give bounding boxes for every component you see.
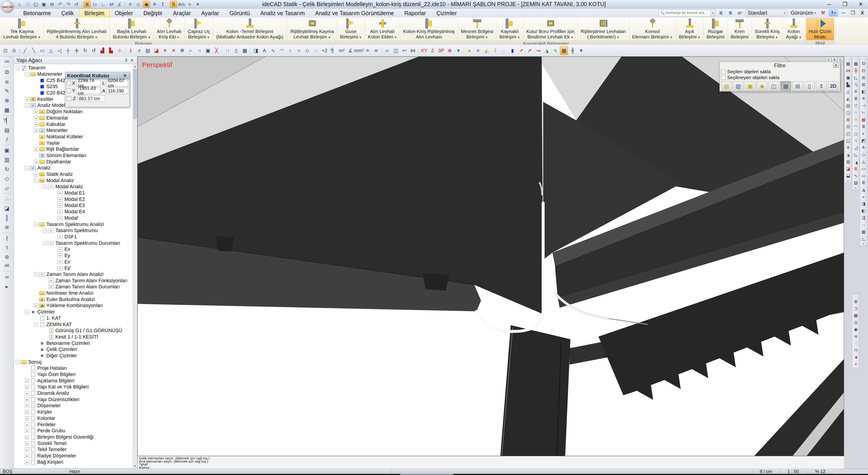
tree-item-açıklama-bilgileri[interactable]: +Açıklama Bilgileri	[14, 378, 133, 384]
polyline-icon[interactable]: ∿	[269, 46, 277, 55]
object-tool-icon-6[interactable]: ◌	[852, 340, 859, 347]
ribbon-button-kren[interactable]: KrenBirleşimi	[728, 18, 751, 41]
section-tool-icon-8[interactable]: ∩	[852, 116, 859, 123]
tree-item-zemi-n-kat[interactable]: −ZEMİN KAT	[14, 321, 133, 328]
filter-check-row[interactable]: Seçilmeyen objeleri sakla	[721, 74, 839, 81]
tree-item-yapı-kat-ve-yük-bilgileri[interactable]: +Yapı Kat ve Yük Bilgileri	[14, 384, 133, 390]
coord-3p-icon[interactable]: 3P	[437, 46, 445, 55]
tree-expand-toggle[interactable]: −	[16, 360, 20, 364]
coordinate-box-dialog[interactable]: Koordinat Kutusu ✕ X 2299.74 cm L 6204.0…	[65, 72, 130, 107]
steel-tool-icon-7[interactable]: ◫	[845, 109, 851, 116]
dropdown-arrow-icon[interactable]: ▼	[485, 36, 488, 39]
object-tool-icon-5[interactable]: ≋	[852, 333, 859, 340]
dropdown-arrow-icon[interactable]: ▼	[95, 36, 98, 39]
area-chart-icon[interactable]: ◮	[543, 46, 551, 55]
section-tool-icon-9[interactable]: ◠	[852, 123, 859, 130]
coord-z-field[interactable]: 681.17 cm	[78, 95, 105, 102]
copy-tool-icon-25[interactable]: ◺	[860, 235, 867, 242]
viewport-3d-scene[interactable]: Perspektif	[138, 57, 844, 456]
ramp-obj-icon[interactable]: ◭	[483, 46, 491, 55]
tree-item-çizimler[interactable]: −≣Çizimler	[14, 309, 133, 315]
tag-icon[interactable]: ▭	[38, 46, 46, 55]
steel-tool-icon-8[interactable]: ⊞	[845, 116, 851, 123]
object-tool-icon-2[interactable]: ▦	[852, 312, 859, 319]
dropdown-icon[interactable]: ▾	[577, 46, 585, 55]
tree-item-dsf1[interactable]: ∼DSF1	[14, 234, 133, 240]
ribbon-button-rüzgar[interactable]: RüzgarBirleşimi	[704, 18, 727, 41]
scroll-down-icon[interactable]: ▼	[133, 464, 137, 468]
graph-3-icon[interactable]: ↝	[534, 46, 542, 55]
lock-y-checkbox[interactable]	[67, 89, 71, 93]
tree-expand-toggle[interactable]: −	[43, 228, 47, 233]
side-tool-icon-9[interactable]: ▣	[2, 146, 12, 155]
menu-ara-lar[interactable]: Araçlar	[168, 8, 196, 18]
copy-tool-icon-11[interactable]: ◩	[860, 137, 867, 144]
stretch-icon[interactable]: ⊹	[116, 46, 124, 55]
palette-grip[interactable]: • • •	[860, 58, 867, 60]
tree-expand-toggle[interactable]: −	[16, 66, 20, 70]
palette-grip[interactable]: • • •	[852, 296, 859, 297]
side-tool-icon-17[interactable]: ≋	[2, 223, 12, 232]
object-tool-icon-7[interactable]: ⊓	[852, 347, 859, 354]
filter-levels-button[interactable]: ⇕	[816, 81, 827, 91]
compass-icon[interactable]: △	[47, 46, 55, 55]
tree-item-mesnetler[interactable]: +⊥Mesnetler	[14, 127, 133, 134]
tree-expand-toggle[interactable]: +	[34, 128, 38, 133]
save-all-icon[interactable]: ⧉	[49, 1, 56, 8]
mirror-h-icon[interactable]: ▙	[107, 46, 115, 55]
page-split-icon[interactable]: ◫	[392, 46, 400, 55]
ribbon-button-mesnet-bölgesi[interactable]: Mesnet BölgesiBirleşimi▼	[458, 18, 496, 41]
tree-expand-toggle[interactable]: +	[25, 410, 29, 414]
tree-item-sonuç[interactable]: −Sonuç	[14, 359, 133, 365]
object-tool-icon-9[interactable]: ▪	[852, 361, 859, 368]
mirror-v-icon[interactable]: ▟	[98, 46, 106, 55]
steel-tool-icon-4[interactable]: ◬	[845, 88, 851, 95]
side-tool-icon-3[interactable]: ✎	[2, 87, 12, 96]
doc-box-icon[interactable]: ▯	[232, 46, 240, 55]
copy-tool-icon-10[interactable]: ◐	[860, 130, 867, 137]
ribbon-button-aşık[interactable]: AşıkBirleşimi▼	[676, 18, 703, 41]
filter-windows-button[interactable]: ⊞	[792, 81, 803, 91]
tree-item-zaman-tanım-alanı-fonksiyonları[interactable]: ∼Zaman Tanım Alanı Fonksiyonları	[14, 278, 133, 284]
tree-expand-toggle[interactable]: +	[25, 398, 29, 402]
dropdown-arrow-icon[interactable]: ▼	[570, 36, 574, 39]
level-icon[interactable]: ≐	[364, 46, 372, 55]
tree-item-döşemeler[interactable]: +Döşemeler	[14, 403, 133, 409]
mdi-close-button[interactable]: X	[859, 10, 866, 16]
paint-icon[interactable]: ◪	[152, 46, 160, 55]
ribbon-button-kaynaklı[interactable]: KaynaklıBirleşim▼	[497, 18, 523, 41]
tree-item-ex[interactable]: ∼Ex	[14, 246, 133, 253]
tree-item-tasarım[interactable]: −╱Tasarım	[14, 65, 133, 71]
tree-item-zaman-tanım-alanı-analizi[interactable]: −≈Zaman Tanım Alanı Analizi	[14, 272, 133, 278]
menu-analiz-ve-tasar-m-g-r-nt-leme[interactable]: Analiz ve Tasarım Görüntüleme	[310, 8, 399, 18]
menu--izimler[interactable]: Çizimler	[431, 8, 462, 18]
tree-expand-toggle[interactable]: +	[25, 429, 29, 433]
layers-icon[interactable]: ≷	[717, 9, 725, 16]
tree-expand-toggle[interactable]: −	[34, 322, 38, 327]
menu-birle-im[interactable]: Birleşim	[79, 8, 110, 18]
tree-item-analiz[interactable]: −≡Analiz	[14, 165, 133, 171]
match-icon[interactable]: ∷	[223, 46, 232, 55]
side-tool-icon-1[interactable]: ⧉	[2, 68, 12, 76]
ribbon-button-konsol[interactable]: KonsolElemanı Birleşimi▼	[630, 18, 675, 41]
steel-tool-icon-12[interactable]: ✛	[845, 144, 851, 151]
edit-line-icon[interactable]: ╱	[21, 46, 29, 55]
side-tool-icon-14[interactable]: ∴	[2, 194, 12, 203]
dialog-close-icon[interactable]: ✕	[122, 73, 128, 78]
panel-close-icon[interactable]: ✕	[129, 58, 135, 63]
rotate-axis-icon[interactable]: ↺	[90, 46, 98, 55]
hide-unselected-checkbox[interactable]	[721, 75, 725, 80]
status-layer[interactable]: BOŞ	[0, 469, 67, 474]
cloud-icon[interactable]: ≈	[295, 46, 303, 55]
tree-expand-toggle[interactable]: +	[25, 441, 29, 446]
tree-item-betonarme-çizimleri[interactable]: ≣Betonarme Çizimleri	[14, 340, 133, 346]
copy-tool-icon-24[interactable]: ▦	[860, 228, 867, 235]
area-m2-icon[interactable]: m²	[338, 46, 346, 55]
palette-grip[interactable]: • • •	[852, 58, 859, 60]
angle-measure-icon[interactable]: ∡	[346, 46, 354, 55]
section-tool-icon-7[interactable]: ○	[852, 109, 859, 116]
corner-n-button[interactable]: N	[832, 57, 837, 62]
copy-tool-icon-14[interactable]: ◬	[860, 158, 867, 165]
menu-ayarlar[interactable]: Ayarlar	[196, 8, 224, 18]
angle-icon[interactable]: ◁	[55, 46, 64, 55]
